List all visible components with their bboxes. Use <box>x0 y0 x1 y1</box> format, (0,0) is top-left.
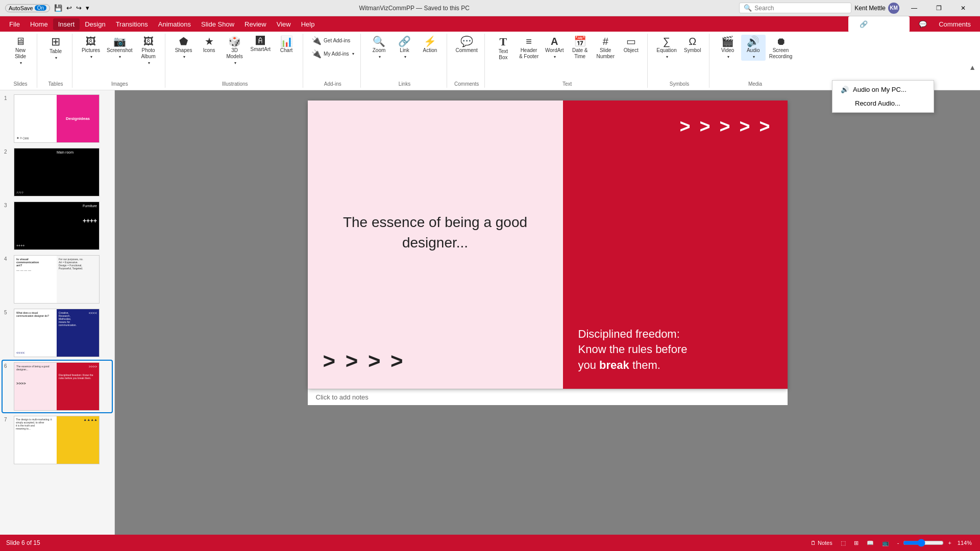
get-addins-button[interactable]: 🔌 Get Add-ins <box>309 35 352 46</box>
wordart-icon: A <box>551 36 558 46</box>
slide-thumb-4[interactable]: 4 Is visualcommunicationart? — — — — For… <box>3 254 112 305</box>
normal-view-icon: ⬚ <box>841 540 846 546</box>
new-slide-icon: 🖥 <box>15 36 26 46</box>
title-bar-center: WitmanVizCommPP — Saved to this PC <box>89 5 739 12</box>
slide-left-panel: The essence of being a good designer... … <box>308 101 563 389</box>
menu-animations[interactable]: Animations <box>153 18 196 30</box>
presenter-view-button[interactable]: 📺 <box>880 539 891 547</box>
slide-thumb-1[interactable]: 1 Designideas ✦✧◇≥≤ <box>3 93 112 144</box>
slide-thumb-7[interactable]: 7 The design is multi-marketing: it simp… <box>3 414 112 466</box>
action-button[interactable]: ⚡ Action <box>418 35 443 55</box>
comments-group-label: Comments <box>453 81 480 87</box>
equation-button[interactable]: ∑ Equation <box>654 35 679 61</box>
zoom-in-button[interactable]: + <box>946 539 953 547</box>
zoom-out-button[interactable]: - <box>895 539 901 547</box>
comments-button[interactable]: 💬 Comments <box>914 18 976 30</box>
my-addins-button[interactable]: 🔌 My Add-ins <box>309 48 356 60</box>
photo-album-button[interactable]: 🖼 PhotoAlbum <box>136 35 161 67</box>
undo-icon[interactable]: ↩ <box>66 4 72 12</box>
ribbon-collapse-button[interactable]: ▲ <box>969 63 976 71</box>
object-button[interactable]: ▭ Object <box>619 35 643 55</box>
slide-num-1: 1 <box>4 94 11 101</box>
video-button[interactable]: 🎬 Video <box>716 35 740 61</box>
slide-info: Slide 6 of 15 <box>6 539 40 546</box>
slide-image-2: Main room ♪♪♪♪ <box>14 148 100 196</box>
textbox-button[interactable]: T TextBox <box>491 35 516 62</box>
restore-button[interactable]: ❐ <box>927 0 950 16</box>
audio-on-pc-item[interactable]: 🔊 Audio on My PC... <box>832 83 934 96</box>
shapes-button[interactable]: ⬟ Shapes <box>172 35 196 61</box>
slide-image-3: Furniture ++++ ++++ <box>14 202 100 250</box>
notes-button[interactable]: 🗒 Notes <box>808 539 835 547</box>
autosave-state[interactable]: On <box>35 5 46 11</box>
object-icon: ▭ <box>626 36 636 46</box>
screenshot-button[interactable]: 📷 Screenshot <box>104 35 135 61</box>
notes-bar[interactable]: Click to add notes <box>308 389 788 405</box>
ribbon-group-media: 🎬 Video 🔊 Audio ⏺ ScreenRecording Media <box>712 34 799 88</box>
slide-thumb-6[interactable]: 6 The essence of being a good designer..… <box>3 361 112 412</box>
slide-sorter-button[interactable]: ⊞ <box>852 539 861 547</box>
pictures-button[interactable]: 🖼 Pictures <box>79 35 103 61</box>
wordart-button[interactable]: A WordArt <box>542 35 567 61</box>
window-controls: — ❐ ✕ <box>902 0 975 16</box>
close-button[interactable]: ✕ <box>951 0 975 16</box>
share-button[interactable]: 🔗 Share <box>848 16 910 32</box>
datetime-button[interactable]: 📅 Date &Time <box>568 35 592 61</box>
audio-on-pc-icon: 🔊 <box>841 86 849 93</box>
my-addins-icon: 🔌 <box>311 49 322 59</box>
menu-insert[interactable]: Insert <box>53 18 80 30</box>
search-input[interactable] <box>754 5 846 12</box>
slide-quote[interactable]: Disciplined freedom: Know the rules befo… <box>578 327 772 373</box>
menu-transitions[interactable]: Transitions <box>111 18 153 30</box>
slide-thumb-2[interactable]: 2 Main room ♪♪♪♪ <box>3 146 112 198</box>
minimize-button[interactable]: — <box>902 0 926 16</box>
zoom-level[interactable]: 114% <box>955 539 974 547</box>
text-group-label: Text <box>491 81 643 87</box>
autosave-badge[interactable]: AutoSave On <box>5 4 50 12</box>
menu-view[interactable]: View <box>272 18 296 30</box>
equation-icon: ∑ <box>663 36 670 46</box>
table-button[interactable]: ⊞ Table <box>43 35 68 62</box>
comment-icon: 💬 <box>460 36 473 46</box>
icons-button[interactable]: ★ Icons <box>197 35 222 55</box>
smartart-button[interactable]: 🅰 SmartArt <box>248 35 273 54</box>
3d-models-button[interactable]: 🎲 3DModels <box>223 35 247 67</box>
menu-slideshow[interactable]: Slide Show <box>196 18 239 30</box>
normal-view-button[interactable]: ⬚ <box>839 539 848 547</box>
search-box[interactable]: 🔍 <box>739 3 851 13</box>
menu-home[interactable]: Home <box>25 18 53 30</box>
header-footer-button[interactable]: ≡ Header& Footer <box>517 35 541 61</box>
images-group-label: Images <box>79 81 161 87</box>
illustrations-group-label: Illustrations <box>172 81 299 87</box>
redo-icon[interactable]: ↪ <box>76 4 82 12</box>
slide-thumb-3[interactable]: 3 Furniture ++++ ++++ <box>3 200 112 252</box>
menu-help[interactable]: Help <box>296 18 320 30</box>
record-audio-item[interactable]: Record Audio... <box>832 96 934 110</box>
slide-number-button[interactable]: # SlideNumber <box>593 35 618 61</box>
audio-button[interactable]: 🔊 Audio <box>741 35 766 61</box>
symbol-icon: Ω <box>689 36 696 46</box>
slide-thumb-5[interactable]: 5 What does a visual communication desig… <box>3 307 112 359</box>
slide-num-2: 2 <box>4 148 11 155</box>
save-icon[interactable]: 💾 <box>54 4 62 12</box>
comment-button[interactable]: 💬 Comment <box>453 35 480 55</box>
screen-recording-icon: ⏺ <box>776 36 786 46</box>
menu-design[interactable]: Design <box>80 18 110 30</box>
screen-recording-button[interactable]: ⏺ ScreenRecording <box>767 35 795 61</box>
new-slide-button[interactable]: 🖥 NewSlide <box>8 35 33 67</box>
menu-file[interactable]: File <box>4 18 25 30</box>
customize-icon[interactable]: ▾ <box>86 4 89 12</box>
zoom-slider-input[interactable] <box>903 539 944 547</box>
ribbon-group-images: 🖼 Pictures 📷 Screenshot 🖼 PhotoAlbum Ima… <box>75 34 165 88</box>
menu-review[interactable]: Review <box>239 18 272 30</box>
zoom-button[interactable]: 🔍 Zoom <box>367 35 391 61</box>
user-name: Kent Mettle <box>854 5 886 12</box>
user-avatar[interactable]: KM <box>888 3 899 14</box>
3d-models-icon: 🎲 <box>228 36 241 46</box>
slide-title[interactable]: The essence of being a good designer... <box>323 212 548 252</box>
reading-view-button[interactable]: 📖 <box>865 539 876 547</box>
symbol-button[interactable]: Ω Symbol <box>680 35 705 55</box>
ribbon-group-symbols: ∑ Equation Ω Symbol Symbols <box>650 34 709 88</box>
link-button[interactable]: 🔗 Link <box>393 35 417 61</box>
chart-button[interactable]: 📊 Chart <box>274 35 299 55</box>
